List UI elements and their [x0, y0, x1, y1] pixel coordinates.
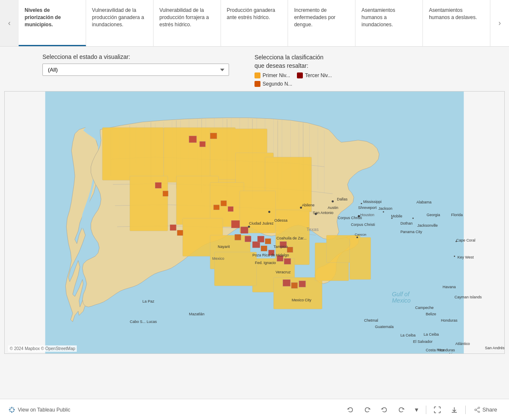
svg-rect-148	[10, 408, 11, 409]
dropdown-button[interactable]: ▾	[412, 404, 421, 415]
back-button[interactable]	[378, 405, 390, 415]
svg-text:Veracruz: Veracruz	[276, 270, 291, 274]
undo-icon	[347, 406, 354, 413]
fullscreen-icon	[434, 406, 441, 413]
svg-line-160	[476, 410, 478, 412]
svg-point-142	[456, 241, 457, 242]
tabs-container: Niveles de priorización de municipios.Vu…	[19, 0, 490, 46]
svg-rect-78	[257, 236, 264, 242]
map-attribution: © 2024 Mapbox © OpenStreetMap	[8, 345, 77, 352]
tab-bar: ‹ Niveles de priorización de municipios.…	[0, 0, 509, 47]
svg-text:La Ceiba: La Ceiba	[400, 333, 416, 337]
back-icon	[381, 406, 388, 413]
svg-rect-62	[245, 236, 251, 242]
tableau-public-link[interactable]: View on Tableau Public	[8, 406, 70, 413]
svg-rect-76	[170, 225, 176, 231]
svg-rect-70	[283, 280, 291, 286]
svg-text:Havana: Havana	[443, 285, 456, 289]
svg-text:Poza Rica de Hidalgo: Poza Rica de Hidalgo	[252, 253, 289, 257]
svg-text:Mazatlán: Mazatlán	[189, 312, 204, 316]
svg-point-158	[478, 411, 480, 413]
svg-point-157	[475, 409, 476, 411]
svg-rect-69	[284, 259, 291, 264]
svg-rect-58	[163, 191, 168, 196]
share-button[interactable]: Share	[471, 405, 501, 414]
svg-rect-57	[155, 182, 162, 188]
svg-text:Belize: Belize	[426, 312, 436, 316]
forward-button[interactable]	[395, 405, 407, 415]
tableau-public-label: View on Tableau Public	[18, 407, 70, 413]
svg-rect-144	[11, 407, 12, 409]
share-icon	[474, 407, 480, 413]
tab-next-button[interactable]: ›	[490, 0, 509, 46]
svg-text:Jacksonville: Jacksonville	[417, 223, 438, 228]
svg-text:Honduras: Honduras	[441, 318, 458, 323]
svg-rect-71	[291, 283, 298, 289]
svg-text:Mississippi: Mississippi	[363, 200, 381, 204]
download-button[interactable]	[448, 405, 460, 415]
svg-rect-37	[102, 128, 164, 181]
fullscreen-button[interactable]	[431, 405, 443, 415]
svg-text:Corpus Christi: Corpus Christi	[351, 223, 375, 227]
svg-text:Cabo S... Lucas: Cabo S... Lucas	[130, 320, 157, 324]
svg-text:Gulf of: Gulf of	[392, 291, 410, 298]
svg-text:Chetmal: Chetmal	[364, 318, 378, 323]
tab-tab3[interactable]: Vulnerabilidad de la producción forrajer…	[154, 0, 221, 46]
tab-tab4[interactable]: Producción ganadera ante estrés hídrico.	[221, 0, 288, 46]
svg-text:San Antonio: San Antonio	[313, 211, 333, 215]
tab-tab2[interactable]: Vulneravilidad de la producción ganadera…	[86, 0, 154, 46]
svg-line-159	[476, 408, 478, 409]
download-icon	[451, 406, 458, 413]
tab-prev-button[interactable]: ‹	[0, 0, 19, 46]
svg-rect-74	[228, 206, 233, 211]
svg-text:Nicaragua: Nicaragua	[449, 352, 467, 353]
svg-rect-149	[13, 408, 14, 409]
svg-text:Key West: Key West	[457, 255, 474, 259]
svg-text:Tampico: Tampico	[274, 245, 288, 249]
svg-text:San Andrés: San Andrés	[485, 346, 504, 350]
bottom-toolbar: View on Tableau Public ▾ Share	[0, 399, 509, 420]
classification-selector: Selecciona la clasificación que deseas r…	[255, 53, 365, 87]
svg-text:Dallas: Dallas	[337, 197, 347, 201]
svg-rect-56	[210, 133, 217, 139]
svg-text:Costa Rica: Costa Rica	[426, 348, 445, 352]
map-svg: Dallas Shreveport Houston Abilene Ciudad…	[5, 92, 504, 353]
svg-point-80	[248, 226, 250, 228]
svg-marker-155	[402, 408, 405, 409]
svg-text:Dothan: Dothan	[400, 221, 413, 225]
svg-rect-145	[11, 411, 12, 413]
map-container[interactable]: Dallas Shreveport Houston Abilene Ciudad…	[4, 91, 505, 354]
svg-point-138	[361, 203, 362, 204]
svg-text:Atlántico: Atlántico	[455, 342, 470, 346]
legend-item-primer[interactable]: Primer Niv...	[255, 72, 290, 78]
svg-rect-150	[10, 411, 11, 412]
tab-tab1[interactable]: Niveles de priorización de municipios.	[19, 0, 86, 46]
tab-tab5[interactable]: Incremento de enfermedades por dengue.	[288, 0, 355, 46]
redo-icon	[364, 406, 371, 413]
svg-rect-73	[221, 200, 227, 206]
svg-text:Georgia: Georgia	[427, 213, 440, 217]
legend-item-tercer[interactable]: Tercer Niv...	[297, 72, 332, 78]
svg-text:Panama City: Panama City	[400, 230, 422, 234]
svg-text:Mobile: Mobile	[391, 214, 402, 218]
svg-rect-54	[189, 136, 197, 143]
share-label: Share	[482, 406, 497, 413]
tab-tab7[interactable]: Asentamientos humanos a deslaves.	[423, 0, 490, 46]
redo-button[interactable]	[361, 405, 373, 415]
svg-point-140	[391, 218, 392, 219]
svg-text:Alabama: Alabama	[417, 200, 431, 204]
state-dropdown[interactable]: (All)	[42, 64, 229, 76]
svg-point-139	[383, 211, 384, 213]
legend-item-segundo[interactable]: Segundo N...	[255, 81, 292, 87]
tab-tab6[interactable]: Asentamientos humanos a inundaciones.	[355, 0, 423, 46]
toolbar-divider	[426, 406, 426, 414]
classification-title: Selecciona la clasificación que deseas r…	[255, 53, 365, 70]
svg-rect-75	[213, 205, 219, 210]
svg-text:Campeche: Campeche	[415, 306, 433, 310]
svg-point-156	[478, 407, 480, 409]
svg-point-143	[454, 256, 455, 257]
svg-text:La Paz: La Paz	[143, 300, 154, 304]
legend-label-primer: Primer Niv...	[263, 72, 290, 78]
undo-button[interactable]	[344, 405, 356, 415]
svg-rect-42	[130, 176, 168, 231]
